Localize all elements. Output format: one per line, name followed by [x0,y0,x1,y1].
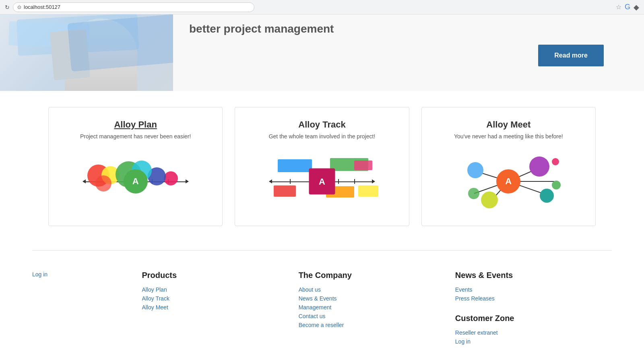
address-bar[interactable]: ⊙ localhost:50127 [13,2,254,12]
footer-link-customer-login[interactable]: Log in [455,338,612,345]
customer-zone-section: Customer Zone Reseller extranet Log in [455,314,612,345]
footer-login-link[interactable]: Log in [32,271,47,278]
products-section: Alloy Plan Project management has never … [0,91,644,250]
bookmark-icon[interactable]: ☆ [616,3,621,11]
footer-link-about[interactable]: About us [299,286,455,293]
footer-link-alloy-meet[interactable]: Alloy Meet [142,304,298,311]
track-title: Alloy Track [243,119,400,130]
hero-text-area: better project management [173,14,644,47]
read-more-button[interactable]: Read more [538,45,604,66]
reload-icon[interactable]: ↻ [5,4,10,10]
meet-title: Alloy Meet [430,119,587,130]
track-logo-a: A [309,169,335,195]
lock-icon: ⊙ [17,4,21,10]
footer-link-alloy-track[interactable]: Alloy Track [142,295,298,302]
footer-link-news-events[interactable]: News & Events [299,295,455,302]
footer-link-events[interactable]: Events [455,286,612,293]
plan-title: Alloy Plan [57,119,214,130]
url-text: localhost:50127 [24,4,60,10]
footer-company-col: The Company About us News & Events Manag… [299,271,455,347]
track-subtitle: Get the whole team involved in the proje… [243,133,400,140]
footer-customer-heading: Customer Zone [455,314,612,323]
product-card-meet[interactable]: Alloy Meet You've never had a meeting li… [421,107,596,226]
footer-login-col: Log in [32,271,142,347]
footer-company-heading: The Company [299,271,455,280]
footer-news-col: News & Events Events Press Releases Cust… [455,271,612,347]
meet-subtitle: You've never had a meeting like this bef… [430,133,587,140]
footer-link-reseller-extranet[interactable]: Reseller extranet [455,329,612,336]
extension-icons: G ◆ [625,3,639,12]
footer-link-reseller[interactable]: Become a reseller [299,322,455,328]
footer-link-contact[interactable]: Contact us [299,313,455,319]
hero-section: better project management Read more [0,14,644,91]
ext-icon-2[interactable]: ◆ [634,3,639,12]
plan-illustration: A [57,149,214,214]
footer-link-press[interactable]: Press Releases [455,295,612,302]
hero-image [0,14,173,91]
product-card-track[interactable]: Alloy Track Get the whole team involved … [235,107,409,226]
ext-icon-1[interactable]: G [625,3,630,11]
page-content: better project management Read more Allo… [0,14,644,358]
footer-link-management[interactable]: Management [299,304,455,311]
hero-title: better project management [189,23,628,35]
footer-link-alloy-plan[interactable]: Alloy Plan [142,286,298,293]
meet-logo-a: A [496,169,520,193]
product-card-plan[interactable]: Alloy Plan Project management has never … [48,107,223,226]
browser-chrome: ↻ ⊙ localhost:50127 ☆ G ◆ [0,0,644,14]
footer-products-col: Products Alloy Plan Alloy Track Alloy Me… [142,271,298,347]
footer-products-heading: Products [142,271,298,280]
footer: Log in Products Alloy Plan Alloy Track A… [0,251,644,358]
plan-logo-a: A [124,169,148,193]
meet-illustration: A [430,149,587,214]
footer-news-heading: News & Events [455,271,612,280]
track-illustration: A [243,149,400,214]
plan-subtitle: Project management has never been easier… [57,133,214,140]
